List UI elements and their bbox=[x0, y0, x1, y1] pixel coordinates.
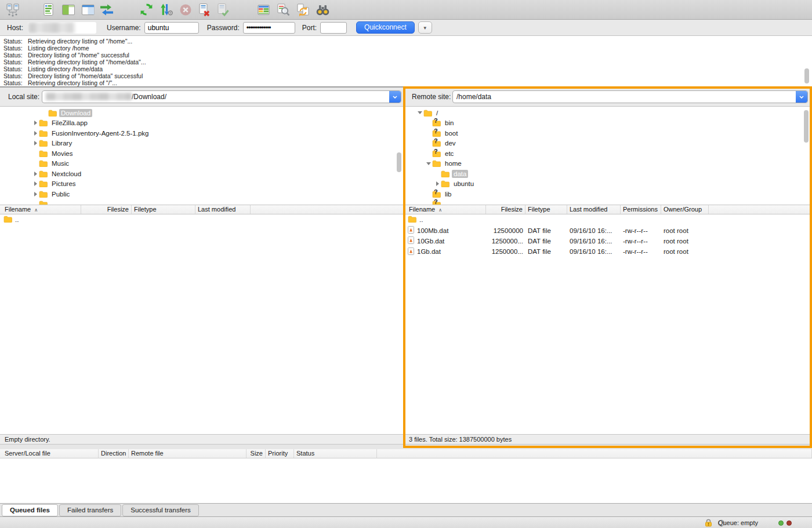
quickconnect-dropdown-button[interactable]: ▼ bbox=[418, 21, 432, 34]
tree-item[interactable]: Movies bbox=[0, 148, 404, 159]
tree-item[interactable]: / bbox=[404, 108, 812, 118]
transfer-queue-list[interactable] bbox=[0, 458, 812, 503]
toolbar-find-files-button[interactable] bbox=[314, 2, 331, 18]
column-header[interactable]: Status bbox=[294, 449, 377, 458]
local-tree-scrollbar[interactable] bbox=[397, 152, 401, 172]
log-scrollbar[interactable] bbox=[804, 68, 809, 83]
log-line: Status:Retrieving directory listing of "… bbox=[0, 79, 812, 86]
column-header[interactable]: Filetype bbox=[132, 205, 195, 214]
toolbar-reconnect-check-button[interactable] bbox=[215, 2, 231, 18]
column-header[interactable]: Server/Local file bbox=[0, 449, 99, 458]
quickconnect-button[interactable]: Quickconnect bbox=[356, 21, 415, 34]
column-header[interactable]: Filesize bbox=[486, 205, 525, 214]
column-header[interactable]: Filename∧ bbox=[404, 205, 486, 214]
folder-icon bbox=[39, 130, 50, 137]
tree-expander-icon[interactable] bbox=[416, 111, 423, 114]
tree-expander-icon[interactable] bbox=[32, 181, 39, 186]
file-name-cell: .. bbox=[0, 216, 81, 224]
tree-item[interactable]: ?boot bbox=[404, 128, 812, 139]
tree-expander-icon[interactable] bbox=[32, 131, 39, 136]
toolbar-local-tree-toggle-button[interactable] bbox=[60, 2, 77, 18]
toolbar-transfer-queue-toggle-button[interactable] bbox=[99, 2, 115, 18]
tree-expander-icon[interactable] bbox=[32, 121, 39, 125]
local-directory-tree[interactable]: DownloadFileZilla.appFusionInventory-Age… bbox=[0, 107, 404, 205]
toolbar-cancel-button[interactable] bbox=[177, 2, 194, 18]
tree-expander-icon[interactable] bbox=[32, 172, 39, 176]
toolbar-synchronized-browsing-button[interactable] bbox=[295, 2, 311, 18]
folder-icon bbox=[432, 160, 443, 167]
column-header[interactable]: Last modified bbox=[567, 205, 621, 214]
tree-item[interactable]: Nextcloud bbox=[0, 169, 404, 179]
column-header[interactable]: Priority bbox=[266, 449, 294, 458]
password-input[interactable] bbox=[243, 22, 295, 34]
column-header[interactable]: Size bbox=[246, 449, 266, 458]
tree-item[interactable]: ?bin bbox=[404, 118, 812, 129]
folder-icon bbox=[3, 216, 12, 224]
tree-item[interactable]: home bbox=[404, 159, 812, 169]
file-owner-cell: root root bbox=[661, 238, 709, 245]
tree-item[interactable]: data bbox=[404, 169, 812, 179]
column-header[interactable]: Filename∧ bbox=[0, 205, 81, 214]
tab-successful-transfers[interactable]: Successful transfers bbox=[122, 504, 199, 516]
column-header[interactable]: Filetype bbox=[525, 205, 567, 214]
tree-item[interactable]: Pictures bbox=[0, 179, 404, 190]
port-input[interactable] bbox=[320, 22, 347, 34]
column-header[interactable]: Direction bbox=[99, 449, 129, 458]
local-site-dropdown-button[interactable] bbox=[389, 91, 401, 103]
toolbar-directory-filter-button[interactable] bbox=[255, 2, 271, 18]
tree-item[interactable]: FusionInventory-Agent-2.5-1.pkg bbox=[0, 128, 404, 139]
file-row[interactable]: 10Gb.dat1250000...DAT file09/16/10 16:..… bbox=[404, 236, 812, 246]
tree-item[interactable] bbox=[0, 199, 404, 205]
lock-icon[interactable]: ! bbox=[705, 519, 712, 528]
remote-tree-scrollbar[interactable] bbox=[804, 110, 809, 143]
tree-expander-icon[interactable] bbox=[434, 181, 441, 186]
file-row[interactable]: 100Mb.dat12500000DAT file09/16/10 16:...… bbox=[404, 225, 812, 235]
log-line: Status:Retrieving directory listing of "… bbox=[0, 59, 812, 65]
toolbar-message-log-toggle-button[interactable] bbox=[41, 2, 57, 18]
tree-item-label: dev bbox=[443, 139, 458, 147]
remote-file-list[interactable]: ..100Mb.dat12500000DAT file09/16/10 16:.… bbox=[404, 214, 812, 434]
remote-directory-tree[interactable]: /?bin?boot?dev?etchomedataubuntu?lib? bbox=[404, 107, 812, 205]
tree-item[interactable]: Music bbox=[0, 159, 404, 169]
file-row[interactable]: .. bbox=[404, 214, 812, 225]
directory-filter-icon bbox=[256, 3, 271, 17]
column-header[interactable]: Permissions bbox=[621, 205, 661, 214]
tab-failed-transfers[interactable]: Failed transfers bbox=[59, 504, 121, 516]
tree-item[interactable]: Public bbox=[0, 189, 404, 199]
panel-splitter[interactable] bbox=[404, 87, 404, 448]
toolbar-disconnect-button[interactable] bbox=[196, 2, 212, 18]
tree-expander-icon[interactable] bbox=[32, 192, 39, 196]
username-input[interactable] bbox=[144, 22, 199, 34]
local-file-list[interactable]: .. bbox=[0, 214, 404, 434]
tree-item[interactable]: ?dev bbox=[404, 139, 812, 149]
toolbar-remote-tree-toggle-button[interactable] bbox=[80, 2, 96, 18]
toolbar-process-queue-button[interactable] bbox=[158, 2, 174, 18]
toolbar-site-manager-button[interactable] bbox=[5, 2, 21, 18]
tree-item[interactable]: FileZilla.app bbox=[0, 118, 404, 129]
column-header[interactable]: Filesize bbox=[81, 205, 132, 214]
column-header[interactable]: Owner/Group bbox=[661, 205, 709, 214]
tree-expander-icon[interactable] bbox=[425, 162, 432, 165]
tab-queued-files[interactable]: Queued files bbox=[2, 504, 58, 516]
toolbar-refresh-button[interactable] bbox=[138, 2, 154, 18]
host-input[interactable] bbox=[28, 22, 96, 34]
remote-site-combo[interactable]: /home/data bbox=[452, 90, 808, 103]
file-name-cell: 100Mb.dat bbox=[404, 226, 486, 235]
tree-item[interactable]: Download bbox=[0, 108, 404, 118]
remote-site-dropdown-button[interactable] bbox=[796, 91, 807, 103]
log-line: Status:Directory listing of "/home" succ… bbox=[0, 52, 812, 59]
tree-item[interactable]: ?etc bbox=[404, 148, 812, 159]
column-header[interactable]: Last modified bbox=[195, 205, 251, 214]
tree-item[interactable]: ?lib bbox=[404, 189, 812, 199]
file-row[interactable]: .. bbox=[0, 214, 404, 225]
tree-expander-icon[interactable] bbox=[32, 141, 39, 145]
tree-item[interactable]: ? bbox=[404, 199, 812, 205]
local-site-combo[interactable]: /Download/ bbox=[42, 90, 401, 103]
file-name-text: .. bbox=[419, 216, 423, 223]
column-header[interactable]: Remote file bbox=[129, 449, 246, 458]
toolbar-directory-comparison-button[interactable] bbox=[275, 2, 291, 18]
remote-tree-toggle-icon bbox=[81, 3, 96, 17]
file-row[interactable]: 1Gb.dat1250000...DAT file09/16/10 16:...… bbox=[404, 246, 812, 257]
tree-item[interactable]: Library bbox=[0, 139, 404, 149]
tree-item[interactable]: ubuntu bbox=[404, 179, 812, 190]
